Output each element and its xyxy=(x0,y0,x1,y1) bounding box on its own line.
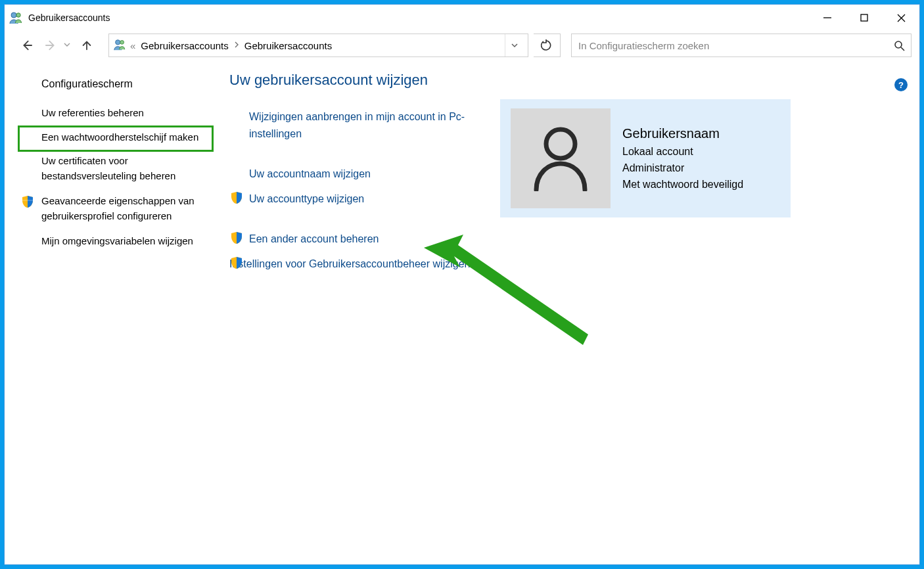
maximize-button[interactable] xyxy=(846,5,883,31)
titlebar-left: Gebruikersaccounts xyxy=(9,11,110,25)
svg-point-0 xyxy=(11,12,16,18)
address-history-dropdown[interactable] xyxy=(505,34,524,57)
sidebar-manage-efs-certificates[interactable]: Uw certificaten voor bestandsversleuteli… xyxy=(18,150,214,190)
user-info: Gebruikersnaam Lokaal account Administra… xyxy=(622,124,743,193)
link-pc-settings[interactable]: Wijzigingen aanbrengen in mijn account i… xyxy=(249,111,465,139)
user-accounts-icon xyxy=(113,38,126,53)
breadcrumb-item[interactable]: Gebruikersaccounts xyxy=(243,40,333,51)
sidebar-advanced-user-profile[interactable]: Geavanceerde eigenschappen van gebruiker… xyxy=(18,190,214,230)
control-panel-home-link[interactable]: Configuratiescherm xyxy=(18,76,214,102)
recent-locations-dropdown[interactable] xyxy=(64,41,70,49)
svg-point-3 xyxy=(116,39,120,44)
action-row: Een ander account beheren xyxy=(229,227,505,252)
up-button[interactable] xyxy=(77,35,97,55)
search-button[interactable] xyxy=(887,34,911,57)
shield-icon xyxy=(229,231,244,245)
link-change-account-type[interactable]: Uw accounttype wijzigen xyxy=(249,193,364,204)
close-button[interactable] xyxy=(883,5,919,31)
nav-row: « Gebruikersaccounts Gebruikersaccounts xyxy=(5,31,919,60)
titlebar: Gebruikersaccounts xyxy=(5,5,919,31)
body: Configuratiescherm Uw referenties behere… xyxy=(5,60,919,564)
svg-point-5 xyxy=(895,41,902,48)
sidebar: Configuratiescherm Uw referenties behere… xyxy=(18,68,214,564)
breadcrumb-item[interactable]: Gebruikersaccounts xyxy=(139,40,229,51)
page-heading: Uw gebruikersaccount wijzigen xyxy=(229,72,906,89)
account-type: Lokaal account xyxy=(622,144,743,160)
window-title: Gebruikersaccounts xyxy=(28,12,110,23)
sidebar-item-label: Geavanceerde eigenschappen van gebruiker… xyxy=(41,195,195,221)
search-input[interactable] xyxy=(572,40,887,51)
search-box xyxy=(571,34,912,57)
action-row: Instellingen voor Gebruikersaccountbehee… xyxy=(229,252,505,277)
current-account-card: Gebruikersnaam Lokaal account Administra… xyxy=(500,99,791,217)
window-frame: Gebruikersaccounts xyxy=(4,4,920,565)
svg-point-6 xyxy=(546,129,575,158)
svg-point-4 xyxy=(120,40,124,44)
svg-point-1 xyxy=(16,13,20,17)
shield-icon xyxy=(20,194,35,209)
main-content: Uw gebruikersaccount wijzigen Wijziginge… xyxy=(214,68,906,564)
account-role: Administrator xyxy=(622,160,743,177)
account-name: Gebruikersnaam xyxy=(622,124,743,144)
action-row: Uw accountnaam wijzigen xyxy=(229,162,505,187)
link-manage-other-account[interactable]: Een ander account beheren xyxy=(249,233,379,244)
link-uac-settings[interactable]: Instellingen voor Gebruikersaccountbehee… xyxy=(229,256,470,273)
user-accounts-icon xyxy=(9,11,23,25)
refresh-button[interactable] xyxy=(534,34,561,57)
action-row: Uw accounttype wijzigen xyxy=(229,187,505,212)
svg-rect-2 xyxy=(861,14,867,21)
chevron-right-icon xyxy=(234,41,239,49)
link-change-account-name[interactable]: Uw accountnaam wijzigen xyxy=(249,168,371,179)
sidebar-environment-variables[interactable]: Mijn omgevingsvariabelen wijzigen xyxy=(18,230,214,256)
account-protection: Met wachtwoord beveiligd xyxy=(622,177,743,193)
shield-icon xyxy=(229,191,244,205)
back-button[interactable] xyxy=(16,35,36,55)
breadcrumb-prefix: « xyxy=(130,40,135,51)
sidebar-manage-credentials[interactable]: Uw referenties beheren xyxy=(18,102,214,127)
forward-button[interactable] xyxy=(41,35,61,55)
action-links: Wijzigingen aanbrengen in mijn account i… xyxy=(229,104,505,277)
address-bar[interactable]: « Gebruikersaccounts Gebruikersaccounts xyxy=(108,34,528,57)
avatar xyxy=(511,108,611,208)
shield-icon xyxy=(229,256,244,270)
sidebar-create-password-reset-disk[interactable]: Een wachtwoordherstelschijf maken xyxy=(18,125,214,152)
minimize-button[interactable] xyxy=(809,5,846,31)
action-row: Wijzigingen aanbrengen in mijn account i… xyxy=(229,104,505,146)
window-controls xyxy=(809,5,919,31)
